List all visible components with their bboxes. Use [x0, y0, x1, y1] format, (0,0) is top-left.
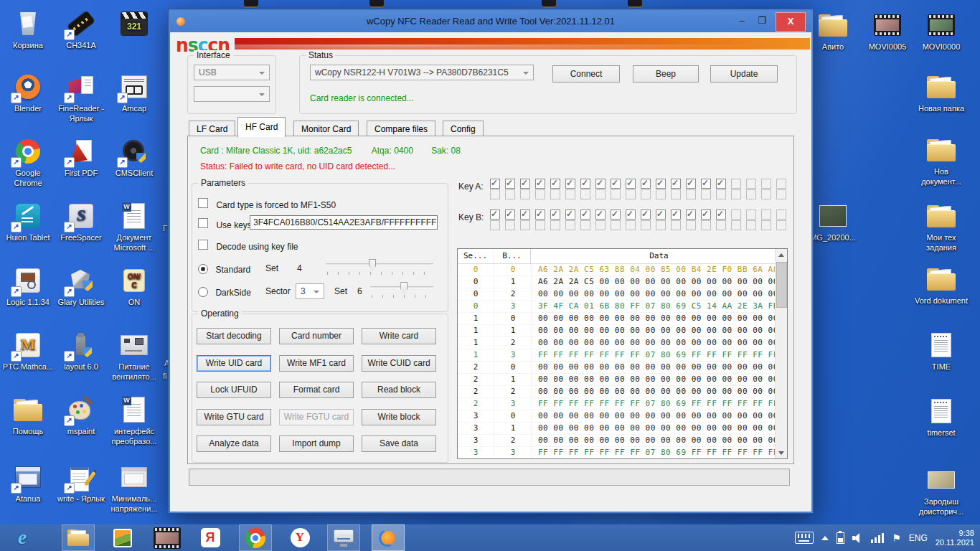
- unchecked-checkbox-icon[interactable]: [761, 179, 771, 189]
- connect-button[interactable]: Connect: [552, 65, 620, 83]
- table-row-sector-3-block-3[interactable]: 33FF FF FF FF FF FF FF 07 80 69 FF FF FF…: [458, 447, 787, 459]
- slider-thumb[interactable]: [400, 282, 407, 293]
- desktop-icon-logic[interactable]: ↗Logic 1.1.34: [1, 265, 55, 307]
- checked-checkbox-icon[interactable]: [565, 209, 575, 220]
- table-row-sector-0-block-0[interactable]: 00A6 2A 2A C5 63 88 04 00 85 00 B4 2E F0…: [458, 264, 787, 276]
- unchecked-checkbox-icon[interactable]: [731, 179, 741, 189]
- checked-checkbox-icon[interactable]: [580, 179, 590, 189]
- desktop-icon-avito[interactable]: Авито: [806, 10, 859, 52]
- card-number-button[interactable]: Card number: [279, 328, 354, 344]
- table-row-sector-0-block-3[interactable]: 033F 4F CA 01 6B 80 FF 07 80 69 C5 14 AA…: [458, 301, 787, 313]
- checked-checkbox-icon[interactable]: [580, 209, 590, 220]
- write-mf1-card-button[interactable]: Write MF1 card: [279, 355, 354, 372]
- taskbar-item-system-monitor[interactable]: [327, 524, 360, 551]
- desktop-icon-minimal[interactable]: Минималь... напряжени...: [108, 462, 161, 514]
- desktop-icon-interface-doc[interactable]: Wинтерфейс преобразо...: [108, 395, 161, 446]
- unchecked-checkbox-icon[interactable]: [595, 220, 606, 230]
- taskbar-item-yandex-search[interactable]: Y: [283, 524, 316, 551]
- update-button[interactable]: Update: [710, 65, 778, 83]
- col-header-sector[interactable]: Se...: [458, 249, 494, 263]
- unchecked-checkbox-icon[interactable]: [626, 220, 636, 230]
- beep-button[interactable]: Beep: [633, 65, 699, 83]
- checked-checkbox-icon[interactable]: [550, 179, 560, 189]
- desktop-icon-first-pdf[interactable]: ↗First PDF: [55, 136, 108, 178]
- unchecked-checkbox-icon[interactable]: [746, 179, 756, 189]
- unchecked-checkbox-icon[interactable]: [580, 220, 590, 230]
- network-signal-icon[interactable]: [871, 533, 884, 543]
- unchecked-checkbox-icon[interactable]: [761, 209, 771, 220]
- standard-set-slider[interactable]: [326, 258, 433, 276]
- tab-monitor-card[interactable]: Monitor Card: [293, 121, 359, 137]
- decode-keyfile-checkbox[interactable]: Decode using key file: [198, 240, 298, 253]
- write-uid-card-button[interactable]: Write UID card: [197, 355, 271, 372]
- table-row-sector-2-block-0[interactable]: 2000 00 00 00 00 00 00 00 00 00 00 00 00…: [458, 362, 787, 374]
- unchecked-checkbox-icon[interactable]: [656, 189, 666, 199]
- checked-checkbox-icon[interactable]: [671, 179, 681, 189]
- darkside-radio[interactable]: DarkSide: [198, 286, 251, 298]
- checked-checkbox-icon[interactable]: [626, 209, 636, 220]
- table-row-sector-0-block-1[interactable]: 01A6 2A 2A C5 00 00 00 00 00 00 00 00 00…: [458, 276, 787, 288]
- taskbar-item-media-player[interactable]: [151, 524, 184, 551]
- unchecked-checkbox-icon[interactable]: [761, 189, 771, 199]
- unchecked-checkbox-icon[interactable]: [761, 220, 771, 230]
- desktop-icon-mg-20200[interactable]: MG_20200...: [806, 201, 859, 242]
- window-titlebar[interactable]: wCopy NFC Reader Read and Write Tool Ver…: [170, 11, 811, 32]
- unchecked-checkbox-icon[interactable]: [505, 220, 515, 230]
- taskbar-item-wcopy-tool[interactable]: [372, 524, 405, 551]
- import-dump-button[interactable]: Import dump: [279, 435, 354, 452]
- unchecked-checkbox-icon[interactable]: [595, 189, 606, 199]
- checked-checkbox-icon[interactable]: [611, 209, 621, 220]
- language-indicator[interactable]: ENG: [909, 533, 928, 543]
- checked-checkbox-icon[interactable]: [656, 179, 666, 189]
- table-row-sector-1-block-1[interactable]: 1100 00 00 00 00 00 00 00 00 00 00 00 00…: [458, 325, 787, 337]
- desktop-icon-ch341a[interactable]: ↗CH341A: [55, 9, 108, 50]
- taskbar-item-internet-explorer[interactable]: e: [6, 524, 39, 551]
- keys-input[interactable]: 3F4FCA016B80/C514AA2E3AFB/FFFFFFFFFFFF: [250, 215, 438, 230]
- scroll-up-icon[interactable]: [776, 249, 787, 260]
- table-row-sector-2-block-3[interactable]: 23FF FF FF FF FF FF FF 07 80 69 FF FF FF…: [458, 398, 787, 410]
- desktop-icon-layout60[interactable]: ↗layout 6.0: [55, 330, 108, 372]
- unchecked-checkbox-icon[interactable]: [550, 189, 560, 199]
- sector-select[interactable]: 3: [296, 283, 324, 299]
- checked-checkbox-icon[interactable]: [656, 209, 666, 220]
- checked-checkbox-icon[interactable]: [611, 179, 621, 189]
- unchecked-checkbox-icon[interactable]: [686, 220, 696, 230]
- write-gtu-card-button[interactable]: Write GTU card: [197, 409, 271, 425]
- desktop-icon-mspaint[interactable]: ↗mspaint: [55, 395, 108, 436]
- checked-checkbox-icon[interactable]: [641, 179, 651, 189]
- use-keys-checkbox[interactable]: Use keys: [198, 218, 252, 231]
- format-card-button[interactable]: Format card: [279, 382, 354, 398]
- radio-icon[interactable]: [198, 287, 208, 297]
- write-card-button[interactable]: Write card: [362, 328, 436, 344]
- unchecked-checkbox-icon[interactable]: [580, 189, 590, 199]
- device-select[interactable]: wCopy NSR122-H V701W3 --> PA380D7B6231C5: [310, 65, 534, 80]
- checked-checkbox-icon[interactable]: [671, 209, 681, 220]
- unchecked-checkbox-icon[interactable]: [550, 220, 560, 230]
- unchecked-checkbox-icon[interactable]: [565, 189, 575, 199]
- table-row-sector-3-block-2[interactable]: 3200 00 00 00 00 00 00 00 00 00 00 00 00…: [458, 435, 787, 447]
- table-row-sector-1-block-2[interactable]: 1200 00 00 00 00 00 00 00 00 00 00 00 00…: [458, 337, 787, 349]
- desktop-icon-movi0000[interactable]: MOVI0000: [915, 10, 968, 52]
- desktop-icon-amcap[interactable]: ↗Amcap: [108, 72, 161, 113]
- desktop-icon-moi-teh-zadaniya[interactable]: Мои тех задания: [915, 201, 968, 253]
- unchecked-checkbox-icon[interactable]: [656, 220, 666, 230]
- table-row-sector-2-block-2[interactable]: 2200 00 00 00 00 00 00 00 00 00 00 00 00…: [458, 386, 787, 398]
- unchecked-checkbox-icon[interactable]: [716, 189, 726, 199]
- lock-ufuid-button[interactable]: Lock UFUID: [197, 382, 271, 398]
- table-row-sector-1-block-0[interactable]: 1000 00 00 00 00 00 00 00 00 00 00 00 00…: [458, 313, 787, 325]
- darkside-set-slider[interactable]: [370, 281, 433, 298]
- checked-checkbox-icon[interactable]: [641, 209, 651, 220]
- desktop-icon-blender[interactable]: ↗Blender: [1, 72, 55, 113]
- battery-icon[interactable]: [837, 532, 844, 544]
- unchecked-checkbox-icon[interactable]: [776, 189, 786, 199]
- desktop-icon-freespacer[interactable]: S↗FreeSpacer: [55, 201, 108, 242]
- unchecked-checkbox-icon[interactable]: [731, 209, 741, 220]
- sector-data-table[interactable]: Se... B... Data 00A6 2A 2A C5 63 88 04 0…: [457, 248, 788, 459]
- volume-icon[interactable]: [852, 533, 863, 543]
- unchecked-checkbox-icon[interactable]: [686, 189, 696, 199]
- radio-icon[interactable]: [198, 264, 208, 274]
- close-button[interactable]: X: [776, 12, 806, 32]
- unchecked-checkbox-icon[interactable]: [505, 189, 515, 199]
- checked-checkbox-icon[interactable]: [595, 209, 606, 220]
- hidden-icons-arrow-icon[interactable]: [821, 536, 829, 540]
